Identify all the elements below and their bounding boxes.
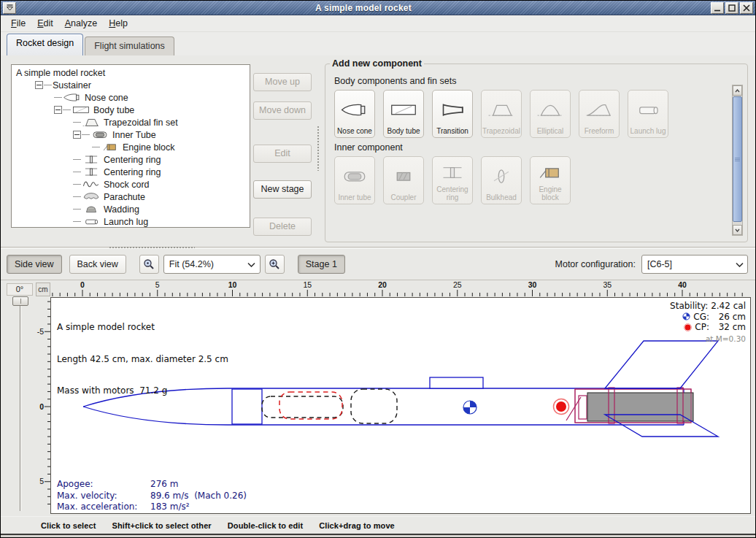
new-stage-button[interactable]: New stage <box>253 180 312 199</box>
zoom-level-combo[interactable]: Fit (54.2%) <box>163 255 261 274</box>
flight-row: Max. acceleration:183 m/s² <box>57 502 247 513</box>
cp-marker <box>554 399 569 415</box>
tree-item-label: Centering ring <box>104 167 161 177</box>
rotation-slider-track <box>20 302 21 511</box>
zoom-out-button[interactable] <box>139 255 159 274</box>
wadding-outline <box>351 389 397 423</box>
tree-item-sustainer[interactable]: Sustainer <box>12 79 250 91</box>
minimize-button[interactable] <box>711 2 724 14</box>
scrollbar-up-button[interactable] <box>733 85 742 96</box>
fin-set-outline <box>605 341 718 437</box>
freeform-fin-icon <box>585 101 614 118</box>
cg-marker <box>463 401 477 414</box>
add-coupler-button[interactable]: Coupler <box>383 156 424 204</box>
motor-configuration-combo[interactable]: [C6-5] <box>641 255 748 274</box>
tree-item-label: Wadding <box>104 204 139 215</box>
palette-button-label: Nose cone <box>337 127 372 135</box>
bulkhead-icon <box>487 168 516 185</box>
add-body-tube-button[interactable]: Body tube <box>383 90 424 138</box>
add-inner-tube-button[interactable]: Inner tube <box>334 156 375 204</box>
stability-label: Stability: <box>670 301 708 312</box>
add-engine-block-button[interactable]: Engine block <box>530 156 571 204</box>
tree-item-centering-ring[interactable]: Centering ring <box>12 166 250 178</box>
side-view-button[interactable]: Side view <box>7 255 62 274</box>
nose-cone-icon <box>63 92 82 103</box>
add-centering-ring-button[interactable]: Centering ring <box>432 156 473 204</box>
tree-item-launch-lug[interactable]: Launch lug <box>12 215 250 228</box>
add-launch-lug-button[interactable]: Launch lug <box>628 90 668 138</box>
tree-expander-icon[interactable] <box>35 81 43 89</box>
cg-value: 26 cm <box>709 312 746 323</box>
add-freeform-button[interactable]: Freeform <box>579 90 620 138</box>
menu-file[interactable]: File <box>5 16 31 31</box>
add-nose-cone-button[interactable]: Nose cone <box>334 90 375 138</box>
horizontal-splitter[interactable] <box>1 247 755 249</box>
engine-block-icon <box>536 164 565 181</box>
add-elliptical-button[interactable]: Elliptical <box>530 90 571 138</box>
tree-item-body-tube[interactable]: Body tube <box>12 104 250 116</box>
tree-item-nose-cone[interactable]: Nose cone <box>12 91 250 104</box>
chevron-up-icon <box>735 89 740 93</box>
add-transition-button[interactable]: Transition <box>432 90 473 138</box>
body-tube-icon <box>72 104 90 115</box>
svg-text:5: 5 <box>155 280 160 289</box>
add-trapezoidal-button[interactable]: Trapezoidal <box>481 90 522 138</box>
zoom-in-button[interactable] <box>265 255 285 274</box>
svg-text:35: 35 <box>603 280 612 289</box>
launch-lug-outline <box>430 377 483 388</box>
centering-ring-icon <box>438 164 467 181</box>
tree-connector <box>44 85 52 85</box>
move-down-button[interactable]: Move down <box>253 101 312 120</box>
tree-item-label: Parachute <box>104 192 145 202</box>
tree-expander-icon[interactable] <box>54 106 62 114</box>
rotation-slider-handle[interactable] <box>12 296 28 306</box>
close-button[interactable] <box>740 2 753 14</box>
tree-item-shock-cord[interactable]: Shock cord <box>12 178 250 191</box>
tree-item-engine-block[interactable]: Engine block <box>12 141 250 153</box>
status-bar: Click to selectShift+click to select oth… <box>1 516 755 534</box>
component-tree[interactable]: A simple model rocketSustainerNose coneB… <box>11 64 250 228</box>
tree-item-label: Centering ring <box>104 155 161 165</box>
delete-button[interactable]: Delete <box>253 218 312 236</box>
palette-button-label: Engine block <box>531 185 569 201</box>
maximize-button[interactable] <box>725 2 738 14</box>
back-view-button[interactable]: Back view <box>69 255 126 274</box>
ruler-unit-label: cm <box>36 283 50 296</box>
tree-item-a-simple-model-rocket[interactable]: A simple model rocket <box>12 66 250 79</box>
tab-flight-simulations[interactable]: Flight simulations <box>85 36 174 55</box>
palette-button-label: Transition <box>436 127 468 135</box>
horizontal-ruler: 0510152025303540 <box>50 280 751 297</box>
tree-connector <box>73 122 81 123</box>
edit-button[interactable]: Edit <box>253 145 312 163</box>
splitter-grip[interactable] <box>109 246 195 250</box>
tree-item-parachute[interactable]: Parachute <box>12 191 250 203</box>
component-scrollbar[interactable] <box>732 85 743 236</box>
menu-edit[interactable]: Edit <box>31 16 59 31</box>
tree-connector <box>92 147 100 147</box>
scrollbar-down-button[interactable] <box>733 225 742 235</box>
status-hint: Click+drag to move <box>319 521 395 530</box>
menu-analyze[interactable]: Analyze <box>59 16 103 31</box>
vertical-splitter[interactable] <box>317 126 320 171</box>
tree-item-inner-tube[interactable]: Inner Tube <box>12 128 250 141</box>
tree-item-wadding[interactable]: Wadding <box>12 203 250 215</box>
rocket-drawing-area[interactable]: A simple model rocket Length 42.5 cm, ma… <box>50 297 751 514</box>
tree-item-centering-ring[interactable]: Centering ring <box>12 153 250 166</box>
window-menu-icon <box>6 4 14 11</box>
scrollbar-thumb[interactable] <box>733 96 742 222</box>
menu-help[interactable]: Help <box>103 16 134 31</box>
move-up-button[interactable]: Move up <box>253 73 312 91</box>
cg-icon <box>682 312 690 320</box>
svg-text:30: 30 <box>528 280 537 289</box>
cp-icon <box>684 323 692 331</box>
cg-label: CG: <box>693 312 709 323</box>
tree-connector <box>73 209 81 210</box>
add-bulkhead-button[interactable]: Bulkhead <box>481 156 522 204</box>
add-new-component-panel: Add new component Body components and fi… <box>325 58 748 242</box>
tree-item-trapezoidal-fin-set[interactable]: Trapezoidal fin set <box>12 116 250 128</box>
window-menu-button[interactable] <box>3 2 16 14</box>
titlebar[interactable]: A simple model rocket <box>1 1 755 15</box>
stage-1-toggle[interactable]: Stage 1 <box>298 255 345 274</box>
tree-expander-icon[interactable] <box>73 131 81 139</box>
tab-rocket-design[interactable]: Rocket design <box>7 34 83 55</box>
